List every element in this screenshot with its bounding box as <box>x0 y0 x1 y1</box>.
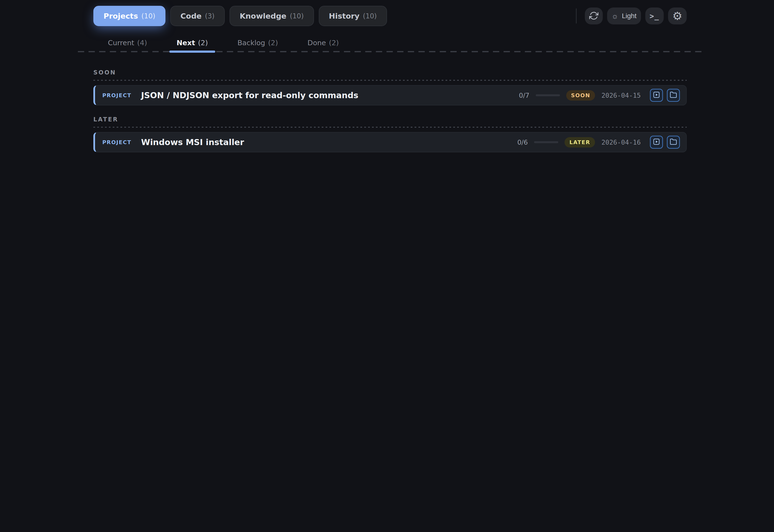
tab-code-label: Code <box>180 12 201 20</box>
tab-knowledge-count: (10) <box>290 12 304 20</box>
section-divider <box>93 127 687 128</box>
subtab-bar: Current (4) Next (2) Backlog (2) Done (2… <box>77 33 703 52</box>
progress-count: 0/6 <box>517 139 528 146</box>
card-actions <box>650 89 680 102</box>
project-card-msi-installer[interactable]: PROJECT Windows MSI installer 0/6 LATER … <box>93 132 687 152</box>
subtab-next[interactable]: Next (2) <box>169 33 215 52</box>
subtab-current[interactable]: Current (4) <box>101 33 154 52</box>
tab-projects[interactable]: Projects (10) <box>93 6 165 26</box>
status-badge: SOON <box>566 90 595 101</box>
subtab-backlog-label: Backlog <box>238 39 265 47</box>
play-square-icon <box>653 138 660 146</box>
tab-history-label: History <box>329 12 360 20</box>
terminal-button[interactable]: >_ <box>645 7 664 24</box>
card-left: PROJECT Windows MSI installer <box>102 137 244 147</box>
card-date: 2026-04-15 <box>601 92 641 99</box>
play-square-icon <box>653 91 660 99</box>
tab-history[interactable]: History (10) <box>319 6 387 26</box>
tab-knowledge-label: Knowledge <box>240 12 286 20</box>
refresh-icon <box>589 11 598 21</box>
subtab-next-count: (2) <box>198 39 208 47</box>
theme-toggle-button[interactable]: ☼ Light <box>607 7 641 24</box>
subtab-current-count: (4) <box>137 39 147 47</box>
tab-projects-label: Projects <box>104 12 138 20</box>
subtab-done-count: (2) <box>329 39 339 47</box>
progress-bar <box>536 94 560 96</box>
settings-button[interactable]: ⚙ <box>668 7 687 24</box>
section-later: LATER PROJECT Windows MSI installer 0/6 … <box>93 116 687 152</box>
folder-icon <box>670 138 677 146</box>
refresh-button[interactable] <box>585 7 603 24</box>
section-heading-later: LATER <box>93 116 687 123</box>
sun-icon: ☼ <box>611 12 618 20</box>
card-title: Windows MSI installer <box>141 137 244 147</box>
tab-code-count: (3) <box>205 12 215 20</box>
card-actions <box>650 136 680 149</box>
section-divider <box>93 80 687 81</box>
open-folder-button[interactable] <box>667 136 680 149</box>
card-type-label: PROJECT <box>102 92 131 98</box>
card-date: 2026-04-16 <box>601 139 641 146</box>
card-right: 0/7 SOON 2026-04-15 <box>519 89 680 102</box>
controls-divider <box>576 8 577 23</box>
project-card-json-export[interactable]: PROJECT JSON / NDJSON export for read-on… <box>93 85 687 105</box>
terminal-icon: >_ <box>650 12 659 20</box>
project-sections: SOON PROJECT JSON / NDJSON export for re… <box>77 69 703 152</box>
theme-toggle-label: Light <box>622 12 637 20</box>
status-badge: LATER <box>565 137 595 148</box>
tab-projects-count: (10) <box>141 12 155 20</box>
top-controls: ☼ Light >_ ⚙ <box>576 7 687 24</box>
subtab-next-label: Next <box>177 39 195 47</box>
section-soon: SOON PROJECT JSON / NDJSON export for re… <box>93 69 687 105</box>
subtab-done-label: Done <box>307 39 326 47</box>
subtab-current-label: Current <box>108 39 134 47</box>
folder-icon <box>670 91 677 99</box>
main-tab-bar: Projects (10) Code (3) Knowledge (10) Hi… <box>93 6 387 26</box>
open-folder-button[interactable] <box>667 89 680 102</box>
gear-icon: ⚙ <box>672 10 682 22</box>
progress-count: 0/7 <box>519 92 529 99</box>
tab-code[interactable]: Code (3) <box>170 6 225 26</box>
page: Projects (10) Code (3) Knowledge (10) Hi… <box>77 0 703 152</box>
tab-knowledge[interactable]: Knowledge (10) <box>230 6 314 26</box>
top-bar: Projects (10) Code (3) Knowledge (10) Hi… <box>77 0 703 26</box>
run-project-button[interactable] <box>650 136 663 149</box>
subtab-backlog-count: (2) <box>268 39 278 47</box>
card-right: 0/6 LATER 2026-04-16 <box>517 136 680 149</box>
tab-history-count: (10) <box>363 12 377 20</box>
card-type-label: PROJECT <box>102 139 131 145</box>
run-project-button[interactable] <box>650 89 663 102</box>
progress-bar <box>534 141 558 143</box>
card-title: JSON / NDJSON export for read-only comma… <box>141 90 358 100</box>
section-heading-soon: SOON <box>93 69 687 76</box>
subtab-backlog[interactable]: Backlog (2) <box>230 33 285 52</box>
subtab-done[interactable]: Done (2) <box>300 33 346 52</box>
card-left: PROJECT JSON / NDJSON export for read-on… <box>102 90 358 100</box>
